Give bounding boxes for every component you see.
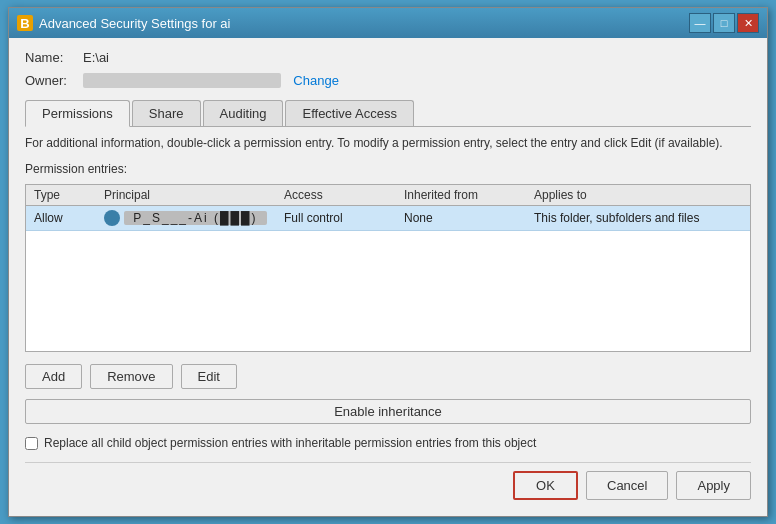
minimize-button[interactable]: — bbox=[689, 13, 711, 33]
col-access: Access bbox=[280, 188, 400, 202]
close-button[interactable]: ✕ bbox=[737, 13, 759, 33]
table-row[interactable]: Allow P_S___-Ai (███) Full control None … bbox=[26, 206, 750, 231]
tab-bar: Permissions Share Auditing Effective Acc… bbox=[25, 100, 751, 127]
window-title: Advanced Security Settings for ai bbox=[39, 16, 231, 31]
owner-row: Owner: Change bbox=[25, 73, 751, 88]
tab-permissions[interactable]: Permissions bbox=[25, 100, 130, 127]
row-access: Full control bbox=[280, 211, 400, 225]
apply-button[interactable]: Apply bbox=[676, 471, 751, 500]
cancel-button[interactable]: Cancel bbox=[586, 471, 668, 500]
enable-inheritance-button[interactable]: Enable inheritance bbox=[25, 399, 751, 424]
col-type: Type bbox=[30, 188, 100, 202]
description-text: For additional information, double-click… bbox=[25, 135, 751, 152]
bottom-buttons-row: OK Cancel Apply bbox=[25, 462, 751, 504]
dialog-content: Name: E:\ai Owner: Change Permissions Sh… bbox=[9, 38, 767, 516]
owner-label: Owner: bbox=[25, 73, 75, 88]
principal-name: P_S___-Ai (███) bbox=[124, 211, 267, 225]
title-bar: B Advanced Security Settings for ai — □ … bbox=[9, 8, 767, 38]
row-applies-to: This folder, subfolders and files bbox=[530, 211, 746, 225]
tab-auditing[interactable]: Auditing bbox=[203, 100, 284, 126]
name-value: E:\ai bbox=[83, 50, 109, 65]
window-controls: — □ ✕ bbox=[689, 13, 759, 33]
app-icon: B bbox=[17, 15, 33, 31]
owner-value bbox=[83, 73, 281, 88]
replace-checkbox-row: Replace all child object permission entr… bbox=[25, 436, 751, 450]
tab-effective-access[interactable]: Effective Access bbox=[285, 100, 413, 126]
ok-button[interactable]: OK bbox=[513, 471, 578, 500]
remove-button[interactable]: Remove bbox=[90, 364, 172, 389]
replace-checkbox[interactable] bbox=[25, 437, 38, 450]
add-button[interactable]: Add bbox=[25, 364, 82, 389]
col-principal: Principal bbox=[100, 188, 280, 202]
title-bar-left: B Advanced Security Settings for ai bbox=[17, 15, 231, 31]
row-inherited-from: None bbox=[400, 211, 530, 225]
row-type: Allow bbox=[30, 211, 100, 225]
table-header: Type Principal Access Inherited from App… bbox=[26, 185, 750, 206]
tab-share[interactable]: Share bbox=[132, 100, 201, 126]
permission-entries-label: Permission entries: bbox=[25, 162, 751, 176]
action-buttons-row: Add Remove Edit bbox=[25, 364, 751, 389]
name-label: Name: bbox=[25, 50, 75, 65]
change-owner-link[interactable]: Change bbox=[293, 73, 339, 88]
main-window: B Advanced Security Settings for ai — □ … bbox=[8, 7, 768, 517]
edit-button[interactable]: Edit bbox=[181, 364, 237, 389]
row-principal: P_S___-Ai (███) bbox=[100, 210, 280, 226]
name-row: Name: E:\ai bbox=[25, 50, 751, 65]
maximize-button[interactable]: □ bbox=[713, 13, 735, 33]
permission-table: Type Principal Access Inherited from App… bbox=[25, 184, 751, 352]
col-applies-to: Applies to bbox=[530, 188, 746, 202]
replace-checkbox-label: Replace all child object permission entr… bbox=[44, 436, 536, 450]
col-inherited-from: Inherited from bbox=[400, 188, 530, 202]
user-icon bbox=[104, 210, 120, 226]
